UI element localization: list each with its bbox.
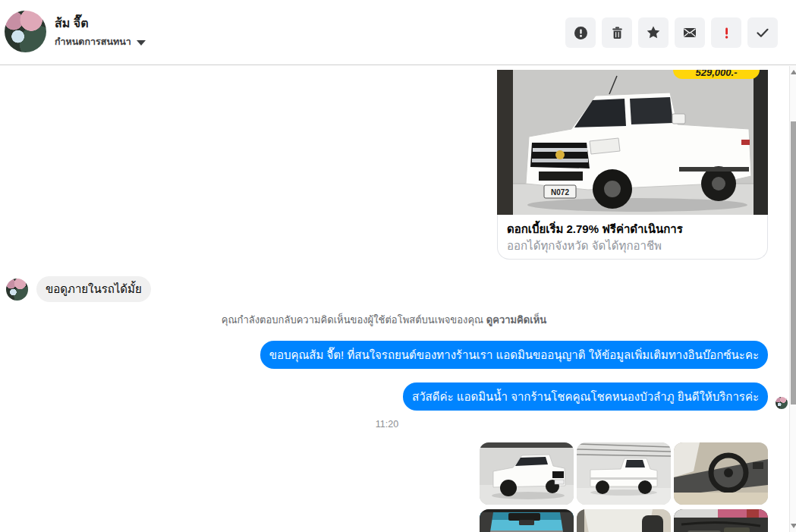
truck-windshield-photo[interactable] (480, 509, 574, 532)
scroll-down-arrow[interactable] (791, 524, 796, 528)
follow-up-button[interactable] (638, 17, 669, 48)
truck-cabin-photo-image (577, 509, 671, 532)
conversation-header: ส้ม จื๊ต กำหนดการสนทนา (0, 0, 796, 65)
messenger-conversation-window: ส้ม จื๊ต กำหนดการสนทนา (0, 0, 796, 532)
conversation-label: กำหนดการสนทนา (55, 35, 131, 49)
truck-side-photo-image (577, 442, 671, 505)
photo-grid (480, 442, 768, 532)
outgoing-message-bubble: สวัสดีค่ะ แอดมินน้ำ จากร้านโชคคูณโชคหนอง… (403, 382, 768, 411)
header-action-bar (565, 17, 778, 48)
scroll-up-arrow[interactable] (791, 70, 796, 74)
exclamation-icon (719, 26, 734, 40)
truck-main-photo: N072 529,000.- (497, 70, 768, 215)
peer-avatar[interactable] (5, 11, 46, 52)
mark-unread-button[interactable] (675, 17, 705, 48)
mark-spam-button[interactable] (565, 17, 596, 48)
system-notice: คุณกำลังตอบกลับความคิดเห็นของผู้ใช้ต่อโพ… (0, 313, 768, 327)
mark-done-button[interactable] (747, 17, 778, 48)
scrollbar[interactable] (789, 66, 796, 532)
trash-icon (610, 26, 625, 40)
attachment-title: ดอกเบี้ยเริ่ม 2.79% ฟรีค่าดำเนินการ (507, 221, 758, 238)
star-icon (646, 25, 661, 40)
message-list[interactable]: N072 529,000.- ดอกเบี้ยเริ่ม 2.79% ฟรีค่… (0, 66, 789, 532)
truck-dashboard-photo-image (674, 442, 768, 505)
svg-text:529,000.-: 529,000.- (696, 70, 738, 78)
delete-button[interactable] (602, 17, 632, 48)
scrollbar-thumb[interactable] (791, 121, 796, 405)
truck-cabin-photo[interactable] (577, 509, 671, 532)
truck-side-photo[interactable] (577, 442, 671, 505)
truck-windshield-photo-image (480, 509, 574, 532)
view-comment-link[interactable]: ดูความคิดเห็น (486, 314, 546, 326)
incoming-message-bubble: ขอดูภายในรถได้มั้ย (36, 276, 151, 302)
outgoing-message-bubble: ขอบคุณส้ม จื๊ต! ที่สนใจรถยนต์ของทางร้านเ… (260, 341, 768, 369)
seen-indicator-avatar (776, 397, 788, 409)
truck-engine-photo-image (674, 509, 768, 532)
timestamp: 11:20 (0, 419, 774, 430)
mark-important-button[interactable] (711, 17, 741, 48)
truck-front-photo-image (480, 442, 574, 505)
incoming-message-avatar[interactable] (6, 279, 28, 301)
truck-engine-photo[interactable] (674, 509, 768, 532)
system-notice-text: คุณกำลังตอบกลับความคิดเห็นของผู้ใช้ต่อโพ… (222, 314, 483, 326)
license-plate: N072 (551, 188, 569, 197)
check-icon (755, 25, 770, 40)
envelope-icon (682, 25, 697, 40)
attachment-subtitle: ออกได้ทุกจังหวัด จัดได้ทุกอาชีพ (507, 238, 758, 253)
truck-dashboard-photo[interactable] (674, 442, 768, 505)
peer-name: ส้ม จื๊ต (55, 15, 89, 32)
price-badge: 529,000.- (673, 70, 760, 79)
alert-circle-icon (574, 26, 588, 40)
attachment-card[interactable]: N072 529,000.- ดอกเบี้ยเริ่ม 2.79% ฟรีค่… (497, 70, 768, 260)
conversation-label-dropdown[interactable]: กำหนดการสนทนา (55, 35, 146, 49)
truck-front-photo[interactable] (480, 442, 574, 505)
attachment-card-footer: ดอกเบี้ยเริ่ม 2.79% ฟรีค่าดำเนินการ ออกไ… (497, 215, 768, 260)
chevron-down-icon (137, 40, 146, 46)
